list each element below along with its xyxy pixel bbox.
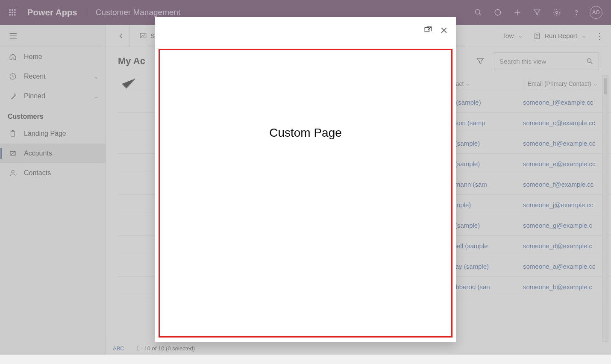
browser-bottom-strip	[0, 355, 611, 364]
dialog-close-icon[interactable]	[440, 26, 448, 36]
dialog-popout-icon[interactable]	[423, 26, 432, 36]
dialog-header	[155, 17, 456, 45]
modal-overlay: Custom Page	[0, 0, 611, 355]
dialog-content-frame: Custom Page	[159, 49, 452, 338]
custom-page-dialog: Custom Page	[155, 17, 456, 342]
dialog-content-label: Custom Page	[269, 126, 342, 140]
